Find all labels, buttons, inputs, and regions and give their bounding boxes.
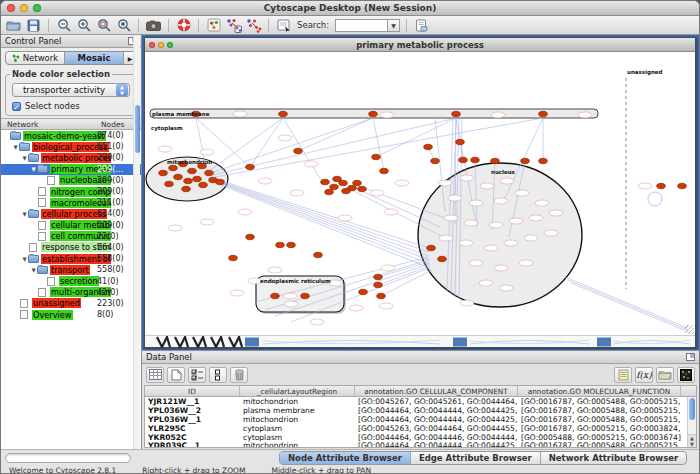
zoom-in-button[interactable]	[75, 17, 92, 33]
tab-edge-attribute-browser[interactable]: Edge Attribute Browser	[411, 452, 541, 464]
expand-triangle-icon[interactable]: ▼	[21, 256, 28, 262]
tree-item-node-count: 42(0)	[97, 288, 119, 297]
tree-row-primary-metabo[interactable]: ▼primary metabo209(...	[1, 164, 141, 175]
gene-node	[358, 186, 367, 191]
expand-triangle-icon[interactable]: ▼	[21, 155, 28, 161]
annotations-button[interactable]	[275, 17, 292, 33]
save-session-button[interactable]	[25, 17, 42, 33]
column-header[interactable]: ID	[145, 386, 240, 396]
attribute-browser-tabs: Node Attribute BrowserEdge Attribute Bro…	[279, 451, 687, 465]
function-builder-button[interactable]: f(x)	[635, 367, 653, 383]
data-panel-float-icon[interactable]	[686, 353, 695, 361]
table-scrollbar[interactable]: ▲▼	[687, 397, 696, 447]
zoom-selected-button[interactable]	[95, 17, 112, 33]
tree-row-cellular-metabo[interactable]: cellular metabo209(0)	[1, 220, 141, 231]
tree-row-cell-communicat[interactable]: cell communicat22(0)	[1, 231, 141, 242]
gene-node	[246, 164, 255, 169]
tree-row-macromolecule[interactable]: macromolecule311(0)	[1, 197, 141, 208]
apply-spring-layout-button[interactable]	[245, 17, 262, 33]
tree-row-biological-process[interactable]: ▼biological_process651(0)	[1, 141, 141, 152]
network-canvas[interactable]: plasma membranecytoplasmmitochondrionnuc…	[145, 52, 695, 347]
tree-row-response-to-stimulu[interactable]: response to stimulu264(0)	[1, 242, 141, 253]
table-row[interactable]: YDR039C__1mitochondrion[GO:0044464, GO:0…	[145, 441, 696, 448]
status-text: Middle-click + drag to PAN	[271, 466, 371, 474]
search-input[interactable]	[335, 19, 387, 32]
tree-row-transport[interactable]: ▼transport558(0)	[1, 264, 141, 275]
tree-item-node-count: 41(0)	[97, 277, 119, 286]
tree-row-secretion[interactable]: secretion41(0)	[1, 275, 141, 286]
select-nodes-checkbox[interactable]: ✓	[12, 102, 21, 111]
expand-triangle-icon[interactable]: ▼	[21, 211, 28, 217]
open-session-button[interactable]	[5, 17, 22, 33]
unselect-attributes-button[interactable]	[209, 367, 227, 383]
node-color-dropdown[interactable]: transporter activity ▲▼	[12, 83, 130, 97]
attribute-table-button[interactable]	[146, 367, 164, 383]
expand-triangle-icon[interactable]: ▼	[30, 166, 37, 172]
search-dropdown-button[interactable]: ▼	[387, 19, 400, 32]
fx-icon: f(x)	[636, 370, 651, 380]
table-scrollbar-thumb[interactable]	[689, 398, 695, 420]
network-graph[interactable]: plasma membranecytoplasmmitochondrionnuc…	[145, 52, 695, 336]
data-panel-toolbar: f(x)	[142, 364, 699, 385]
network-window-titlebar[interactable]: primary metabolic process	[145, 38, 695, 52]
table-row[interactable]: YKR052Ccytoplasm[GO:0044464, GO:0044446,…	[145, 433, 696, 442]
column-header[interactable]: _cellularLayoutRegion	[240, 386, 355, 396]
attribute-matrix-button[interactable]	[677, 367, 695, 383]
status-text: Welcome to Cytoscape 2.8.1	[9, 466, 116, 474]
tab-mosaic[interactable]: Mosaic	[65, 52, 124, 64]
gene-node	[174, 174, 183, 179]
import-attribute-file-button[interactable]	[656, 367, 674, 383]
column-header[interactable]: annotation.GO CELLULAR_COMPONENT	[355, 386, 518, 396]
window-titlebar[interactable]: Cytoscape Desktop (New Session)	[1, 1, 699, 16]
tab-network-attribute-browser[interactable]: Network Attribute Browser	[541, 452, 687, 464]
table-cell: YPL036W__2	[145, 406, 240, 415]
table-row[interactable]: YPL036W__2plasma membrane[GO:0044464, GO…	[145, 406, 696, 415]
network-overview-button[interactable]	[205, 17, 222, 33]
file-icon	[47, 176, 55, 185]
tree-row-mosaic-demo-yeast[interactable]: mosaic-demo-yeast874(0)	[1, 130, 141, 141]
file-icon	[20, 299, 28, 308]
tree-scrollbar[interactable]	[133, 35, 140, 449]
tree-scrollbar-thumb[interactable]	[135, 105, 140, 153]
apply-layout-button[interactable]	[225, 17, 242, 33]
select-attributes-button[interactable]	[188, 367, 206, 383]
control-panel-title: Control Panel	[5, 36, 61, 46]
zoom-fit-button[interactable]	[115, 17, 132, 33]
tree-row-multi-organism-pro[interactable]: multi-organism pro42(0)	[1, 287, 141, 298]
tree-row-cellular-process[interactable]: ▼cellular process614(0)	[1, 208, 141, 219]
column-header[interactable]: annotation.GO MOLECULAR_FUNCTION	[518, 386, 681, 396]
create-attribute-button[interactable]	[167, 367, 185, 383]
resize-grip[interactable]	[685, 325, 694, 334]
data-panel: Data Panel f(x) ID_cellularLayoutR	[142, 350, 699, 449]
select-nodes-row[interactable]: ✓ Select nodes	[12, 101, 132, 111]
expand-triangle-icon[interactable]: ▼	[30, 267, 37, 273]
zoom-out-button[interactable]	[55, 17, 72, 33]
tree-row-nitrogen-compo[interactable]: nitrogen compo209(0)	[1, 186, 141, 197]
table-cell: mitochondrion	[240, 441, 355, 448]
table-row[interactable]: YPL036W__1mitochondrion[GO:0044464, GO:0…	[145, 415, 696, 424]
tab-network[interactable]: Network	[6, 52, 65, 64]
tree-row-overview[interactable]: Overview8(0)	[1, 309, 141, 320]
export-image-button[interactable]	[145, 17, 162, 33]
gene-node	[330, 184, 339, 189]
delete-attribute-button[interactable]	[230, 367, 248, 383]
tree-row-nucleobase-c[interactable]: nucleobase-c209(0)	[1, 175, 141, 186]
network-view-window[interactable]: primary metabolic process plasma membran…	[144, 37, 696, 348]
table-cell: plasma membrane	[240, 406, 355, 415]
gene-node	[205, 170, 214, 175]
gene-node	[431, 158, 440, 163]
gene-node	[491, 158, 500, 163]
tree-row-establishment-of-lo[interactable]: ▼establishment of lo558(0)	[1, 253, 141, 264]
help-button[interactable]	[175, 17, 192, 33]
import-attributes-button[interactable]	[413, 17, 430, 33]
table-scrollbar-arrows[interactable]: ▲▼	[688, 434, 696, 447]
attribute-editor-button[interactable]	[614, 367, 632, 383]
control-panel-header: Control Panel	[1, 35, 141, 48]
table-row[interactable]: YLR295Ccytoplasm[GO:0045263, GO:0044464,…	[145, 424, 696, 433]
tab-node-attribute-browser[interactable]: Node Attribute Browser	[280, 452, 411, 464]
new-page-icon	[171, 369, 182, 381]
table-row[interactable]: YJR121W__1mitochondrion[GO:0045267, GO:0…	[145, 397, 696, 406]
tree-row-unassigned[interactable]: unassigned223(0)	[1, 298, 141, 309]
expand-triangle-icon[interactable]: ▼	[12, 144, 19, 150]
tree-row-metabolic-process[interactable]: ▼metabolic process280(0)	[1, 152, 141, 163]
